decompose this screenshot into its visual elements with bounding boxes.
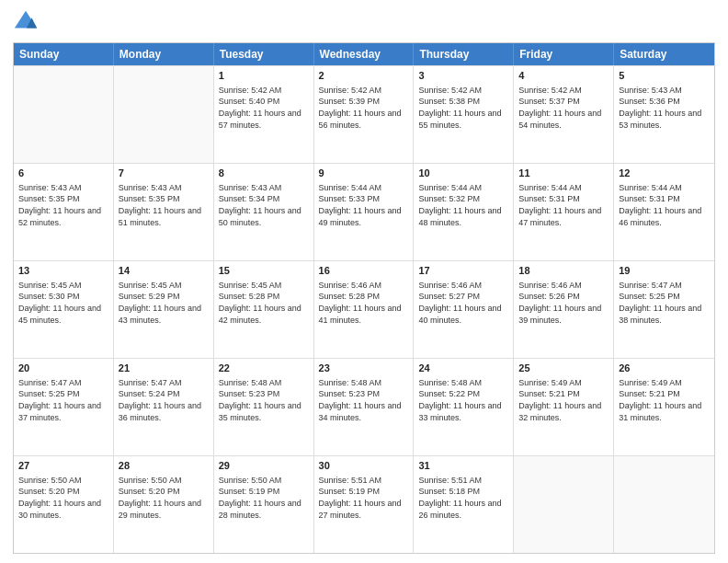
day-info: Sunrise: 5:42 AMSunset: 5:38 PMDaylight:… (418, 85, 508, 131)
day-number: 1 (219, 69, 309, 83)
header-day-monday: Monday (114, 43, 214, 65)
day-cell-21: 21Sunrise: 5:47 AMSunset: 5:24 PMDayligh… (114, 359, 214, 455)
header (13, 9, 715, 35)
day-info: Sunrise: 5:45 AMSunset: 5:29 PMDaylight:… (119, 280, 209, 326)
day-number: 18 (518, 264, 609, 278)
day-number: 26 (619, 362, 710, 375)
day-info: Sunrise: 5:42 AMSunset: 5:37 PMDaylight:… (518, 85, 609, 131)
page: SundayMondayTuesdayWednesdayThursdayFrid… (0, 0, 728, 563)
day-number: 12 (619, 167, 710, 180)
day-cell-16: 16Sunrise: 5:46 AMSunset: 5:28 PMDayligh… (314, 261, 415, 358)
empty-cell (514, 456, 614, 553)
day-cell-15: 15Sunrise: 5:45 AMSunset: 5:28 PMDayligh… (214, 261, 314, 358)
day-number: 4 (518, 69, 609, 83)
day-info: Sunrise: 5:51 AMSunset: 5:18 PMDaylight:… (418, 475, 508, 521)
day-number: 8 (219, 167, 309, 180)
day-cell-7: 7Sunrise: 5:43 AMSunset: 5:35 PMDaylight… (114, 164, 214, 260)
day-number: 30 (319, 459, 409, 473)
day-number: 10 (418, 167, 508, 180)
day-info: Sunrise: 5:43 AMSunset: 5:35 PMDaylight:… (18, 182, 108, 228)
day-cell-8: 8Sunrise: 5:43 AMSunset: 5:34 PMDaylight… (214, 164, 314, 260)
day-cell-25: 25Sunrise: 5:49 AMSunset: 5:21 PMDayligh… (514, 359, 614, 455)
day-info: Sunrise: 5:46 AMSunset: 5:28 PMDaylight:… (319, 280, 409, 326)
week-row-2: 6Sunrise: 5:43 AMSunset: 5:35 PMDaylight… (14, 163, 714, 260)
logo-icon (13, 9, 39, 35)
day-info: Sunrise: 5:44 AMSunset: 5:31 PMDaylight:… (518, 182, 609, 228)
day-number: 9 (319, 167, 409, 180)
day-info: Sunrise: 5:45 AMSunset: 5:28 PMDaylight:… (219, 280, 309, 326)
day-cell-20: 20Sunrise: 5:47 AMSunset: 5:25 PMDayligh… (14, 359, 114, 455)
day-cell-27: 27Sunrise: 5:50 AMSunset: 5:20 PMDayligh… (14, 456, 114, 553)
day-info: Sunrise: 5:50 AMSunset: 5:19 PMDaylight:… (219, 475, 309, 521)
day-info: Sunrise: 5:47 AMSunset: 5:25 PMDaylight:… (18, 377, 108, 423)
day-number: 7 (119, 167, 209, 180)
day-number: 17 (418, 264, 508, 278)
day-number: 22 (219, 362, 309, 375)
day-number: 19 (619, 264, 710, 278)
day-number: 25 (518, 362, 609, 375)
header-day-saturday: Saturday (614, 43, 714, 65)
day-info: Sunrise: 5:51 AMSunset: 5:19 PMDaylight:… (319, 475, 409, 521)
header-day-friday: Friday (514, 43, 614, 65)
day-number: 23 (319, 362, 409, 375)
day-cell-17: 17Sunrise: 5:46 AMSunset: 5:27 PMDayligh… (414, 261, 514, 358)
day-info: Sunrise: 5:43 AMSunset: 5:34 PMDaylight:… (219, 182, 309, 228)
header-day-sunday: Sunday (14, 43, 114, 65)
day-info: Sunrise: 5:50 AMSunset: 5:20 PMDaylight:… (119, 475, 209, 521)
day-info: Sunrise: 5:43 AMSunset: 5:35 PMDaylight:… (119, 182, 209, 228)
day-info: Sunrise: 5:48 AMSunset: 5:22 PMDaylight:… (418, 377, 508, 423)
day-cell-4: 4Sunrise: 5:42 AMSunset: 5:37 PMDaylight… (514, 66, 614, 163)
day-cell-13: 13Sunrise: 5:45 AMSunset: 5:30 PMDayligh… (14, 261, 114, 358)
empty-cell (14, 66, 114, 163)
day-number: 27 (18, 459, 108, 473)
day-info: Sunrise: 5:46 AMSunset: 5:27 PMDaylight:… (418, 280, 508, 326)
day-number: 13 (18, 264, 108, 278)
day-cell-31: 31Sunrise: 5:51 AMSunset: 5:18 PMDayligh… (414, 456, 514, 553)
day-number: 11 (518, 167, 609, 180)
calendar-body: 1Sunrise: 5:42 AMSunset: 5:40 PMDaylight… (14, 65, 714, 553)
day-info: Sunrise: 5:47 AMSunset: 5:25 PMDaylight:… (619, 280, 710, 326)
day-info: Sunrise: 5:50 AMSunset: 5:20 PMDaylight:… (18, 475, 108, 521)
day-cell-5: 5Sunrise: 5:43 AMSunset: 5:36 PMDaylight… (614, 66, 714, 163)
day-number: 20 (18, 362, 108, 375)
week-row-3: 13Sunrise: 5:45 AMSunset: 5:30 PMDayligh… (14, 260, 714, 358)
day-cell-1: 1Sunrise: 5:42 AMSunset: 5:40 PMDaylight… (214, 66, 314, 163)
day-info: Sunrise: 5:44 AMSunset: 5:31 PMDaylight:… (619, 182, 710, 228)
day-cell-28: 28Sunrise: 5:50 AMSunset: 5:20 PMDayligh… (114, 456, 214, 553)
day-cell-26: 26Sunrise: 5:49 AMSunset: 5:21 PMDayligh… (614, 359, 714, 455)
day-cell-22: 22Sunrise: 5:48 AMSunset: 5:23 PMDayligh… (214, 359, 314, 455)
day-cell-18: 18Sunrise: 5:46 AMSunset: 5:26 PMDayligh… (514, 261, 614, 358)
day-info: Sunrise: 5:42 AMSunset: 5:40 PMDaylight:… (219, 85, 309, 131)
day-cell-14: 14Sunrise: 5:45 AMSunset: 5:29 PMDayligh… (114, 261, 214, 358)
day-info: Sunrise: 5:43 AMSunset: 5:36 PMDaylight:… (619, 85, 710, 131)
day-cell-23: 23Sunrise: 5:48 AMSunset: 5:23 PMDayligh… (314, 359, 415, 455)
empty-cell (114, 66, 214, 163)
day-cell-30: 30Sunrise: 5:51 AMSunset: 5:19 PMDayligh… (314, 456, 415, 553)
day-cell-2: 2Sunrise: 5:42 AMSunset: 5:39 PMDaylight… (314, 66, 415, 163)
day-number: 24 (418, 362, 508, 375)
day-cell-9: 9Sunrise: 5:44 AMSunset: 5:33 PMDaylight… (314, 164, 415, 260)
day-number: 14 (119, 264, 209, 278)
week-row-4: 20Sunrise: 5:47 AMSunset: 5:25 PMDayligh… (14, 358, 714, 455)
day-info: Sunrise: 5:45 AMSunset: 5:30 PMDaylight:… (18, 280, 108, 326)
day-cell-12: 12Sunrise: 5:44 AMSunset: 5:31 PMDayligh… (614, 164, 714, 260)
day-info: Sunrise: 5:46 AMSunset: 5:26 PMDaylight:… (518, 280, 609, 326)
day-number: 16 (319, 264, 409, 278)
header-day-wednesday: Wednesday (314, 43, 415, 65)
day-number: 2 (319, 69, 409, 83)
day-info: Sunrise: 5:44 AMSunset: 5:33 PMDaylight:… (319, 182, 409, 228)
day-cell-29: 29Sunrise: 5:50 AMSunset: 5:19 PMDayligh… (214, 456, 314, 553)
day-number: 3 (418, 69, 508, 83)
day-number: 21 (119, 362, 209, 375)
day-number: 5 (619, 69, 710, 83)
calendar-header: SundayMondayTuesdayWednesdayThursdayFrid… (14, 43, 714, 65)
day-cell-10: 10Sunrise: 5:44 AMSunset: 5:32 PMDayligh… (414, 164, 514, 260)
day-info: Sunrise: 5:42 AMSunset: 5:39 PMDaylight:… (319, 85, 409, 131)
day-info: Sunrise: 5:48 AMSunset: 5:23 PMDaylight:… (219, 377, 309, 423)
day-number: 29 (219, 459, 309, 473)
week-row-5: 27Sunrise: 5:50 AMSunset: 5:20 PMDayligh… (14, 455, 714, 553)
header-day-thursday: Thursday (414, 43, 514, 65)
day-cell-19: 19Sunrise: 5:47 AMSunset: 5:25 PMDayligh… (614, 261, 714, 358)
logo (13, 9, 42, 35)
day-info: Sunrise: 5:44 AMSunset: 5:32 PMDaylight:… (418, 182, 508, 228)
